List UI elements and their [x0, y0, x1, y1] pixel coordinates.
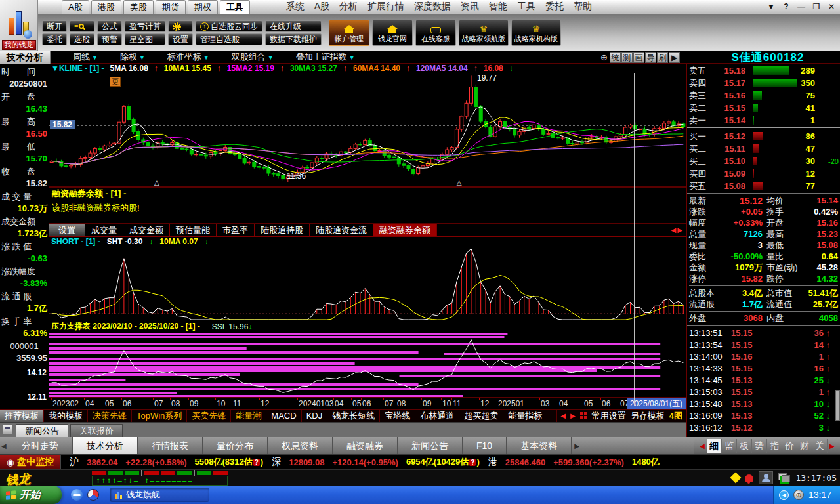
toolbar-button-公式[interactable]: 公式: [97, 20, 122, 32]
template-tab-TopWin系列[interactable]: TopWin系列: [132, 410, 187, 422]
menu-资讯[interactable]: 资讯: [461, 1, 479, 12]
bell-icon[interactable]: [745, 474, 753, 482]
collapse-panel-icon[interactable]: ▶: [669, 52, 680, 63]
monitor-button[interactable]: ◉ 盘中监控: [0, 455, 61, 469]
order-book-row[interactable]: 买三15.1030-20: [687, 155, 840, 167]
diamond-icon[interactable]: [730, 472, 742, 484]
toolbar-button-选股[interactable]: 选股: [70, 33, 94, 45]
template-tab-超买超卖[interactable]: 超买超卖: [459, 410, 503, 422]
page-tab-F10[interactable]: F10: [463, 437, 507, 454]
template-tab-买卖先锋[interactable]: 买卖先锋: [187, 410, 231, 422]
quote-tab-势[interactable]: 势: [752, 439, 767, 453]
template-action-常用设置[interactable]: 常用设置: [592, 410, 626, 422]
func-tab-预估量能[interactable]: 预估量能: [170, 224, 217, 236]
order-book-row[interactable]: 卖一15.141: [687, 114, 840, 127]
tool-导[interactable]: 导: [645, 52, 656, 63]
market-tab-美股[interactable]: 美股: [123, 0, 154, 14]
quote-tab-指[interactable]: 指: [767, 439, 782, 453]
menu-委托[interactable]: 委托: [545, 1, 564, 12]
menu-系统[interactable]: 系统: [286, 1, 304, 12]
template-tab-能量指标[interactable]: 能量指标: [503, 410, 547, 422]
grid-layout-icon[interactable]: [580, 412, 587, 419]
toolbar-button-断开[interactable]: 断开: [42, 20, 67, 32]
toolbar-button-gear[interactable]: [168, 20, 193, 32]
order-book-row[interactable]: 买五15.0877: [687, 180, 840, 192]
kline-chart[interactable]: [49, 73, 686, 186]
tool-画[interactable]: 画: [633, 52, 644, 63]
app-logo[interactable]: 我的钱龙: [0, 0, 38, 51]
minimize-icon[interactable]: —: [797, 2, 806, 11]
func-tab-市盈率[interactable]: 市盈率: [217, 224, 255, 236]
page-tabs-left-arrow-icon[interactable]: ◀: [1, 442, 7, 450]
page-tab-权息资料[interactable]: 权息资料: [268, 437, 333, 454]
page-tab-融资融券[interactable]: 融资融券: [333, 437, 398, 454]
quote-tab-关[interactable]: 关: [812, 439, 828, 453]
page-tab-基本资料[interactable]: 基本资料: [507, 437, 572, 454]
market-tab-期权[interactable]: 期权: [188, 0, 218, 14]
toolbar-big-在线客服[interactable]: ⋯在线客服: [415, 20, 456, 46]
tool-刷[interactable]: 刷: [657, 52, 668, 63]
app-launcher-icon[interactable]: [87, 489, 99, 501]
func-tab-融资融券余额[interactable]: 融资融券余额: [373, 224, 437, 236]
toolbar-button-数据下载维护[interactable]: 数据下载维护: [265, 33, 322, 45]
page-tabs-right-arrow-icon[interactable]: ▶: [574, 442, 579, 450]
quote-tab-板[interactable]: 板: [737, 439, 752, 453]
scroll-left-icon[interactable]: ◀: [671, 226, 677, 234]
page-tab-分时走势[interactable]: 分时走势: [8, 437, 73, 454]
template-tab-推荐模板[interactable]: 推荐模板: [0, 410, 44, 422]
order-book-row[interactable]: 买二15.1147: [687, 142, 840, 155]
template-tab-能量潮[interactable]: 能量潮: [231, 410, 266, 422]
menu-帮助[interactable]: 帮助: [574, 1, 592, 12]
question-icon[interactable]: ?: [253, 459, 260, 466]
dropdown-周线[interactable]: 周线▼: [73, 51, 98, 63]
help-icon[interactable]: ?: [782, 2, 791, 11]
move-icon[interactable]: ⊕: [600, 52, 608, 62]
more-tag-button[interactable]: 更: [110, 77, 121, 87]
template-tab-KDJ[interactable]: KDJ: [302, 410, 328, 422]
toolbar-button-自选股云同步[interactable]: ↑自选股云同步: [196, 20, 262, 32]
menu-扩展行情[interactable]: 扩展行情: [368, 1, 404, 12]
tray-globe-icon[interactable]: ⊕: [793, 490, 804, 500]
toolbar-big-战略家机构版[interactable]: ♛战略家机构版: [511, 20, 561, 46]
dropdown-叠加上证指数[interactable]: 叠加上证指数▼: [296, 51, 355, 63]
settings-tab-button[interactable]: 设置: [49, 224, 85, 236]
toolbar-button-星空图[interactable]: 星空图: [125, 33, 165, 45]
toolbar-button-预警[interactable]: 预警: [97, 33, 122, 45]
func-tab-陆股通资金流[interactable]: 陆股通资金流: [310, 224, 373, 236]
tray-collapse-icon[interactable]: ◀: [779, 490, 789, 500]
template-tab-布林通道[interactable]: 布林通道: [415, 410, 459, 422]
taskbar-task-button[interactable]: 钱龙旗舰: [110, 488, 209, 502]
page-tab-量价分布[interactable]: 量价分布: [203, 437, 268, 454]
menu-智能[interactable]: 智能: [489, 1, 507, 12]
news-tab-关联报价[interactable]: 关联报价: [70, 424, 123, 437]
order-book-row[interactable]: 卖二15.1541: [687, 102, 840, 114]
template-action-4图[interactable]: 4图: [669, 410, 682, 422]
template-tab-宝塔线[interactable]: 宝塔线: [380, 410, 415, 422]
scroll-right-icon[interactable]: ▶: [677, 226, 682, 234]
dropdown-双股组合[interactable]: 双股组合▼: [232, 51, 274, 63]
pin-icon[interactable]: ▼: [766, 2, 776, 11]
toolbar-big-钱龙官网[interactable]: 钱龙官网: [372, 20, 413, 46]
tool-统[interactable]: 统: [610, 52, 621, 63]
quote-tabs-right-arrow-icon[interactable]: ▶: [828, 442, 837, 450]
market-tab-A股[interactable]: A股: [62, 0, 89, 14]
news-tab-新闻公告[interactable]: 新闻公告: [16, 424, 68, 437]
order-book-row[interactable]: 卖四15.17350: [687, 77, 840, 89]
toolbar-button-管理自选股[interactable]: 管理自选股: [196, 33, 262, 45]
func-tab-陆股通持股[interactable]: 陆股通持股: [255, 224, 310, 236]
tool-测[interactable]: 测: [621, 52, 633, 63]
user-icon[interactable]: [759, 471, 773, 484]
tick-scrollbar[interactable]: [835, 390, 840, 421]
toolbar-button-盈亏计算[interactable]: 盈亏计算: [125, 20, 165, 32]
toolbar-button-委托[interactable]: 委托: [42, 33, 67, 45]
template-tab-我的模板[interactable]: 我的模板: [44, 410, 88, 422]
pressure-chart[interactable]: [49, 331, 686, 397]
toolbar-big-帐户管理[interactable]: 帐户管理: [329, 20, 369, 46]
restore-icon[interactable]: ❐: [812, 2, 821, 11]
scroll-left-icon[interactable]: ◀: [560, 412, 566, 419]
quote-tabs-left-arrow-icon[interactable]: ◀: [698, 442, 707, 450]
quote-tab-细[interactable]: 细: [707, 439, 722, 453]
menu-分析[interactable]: 分析: [339, 1, 358, 12]
template-tab-钱龙长短线[interactable]: 钱龙长短线: [327, 410, 380, 422]
start-button[interactable]: 开始: [0, 486, 62, 504]
